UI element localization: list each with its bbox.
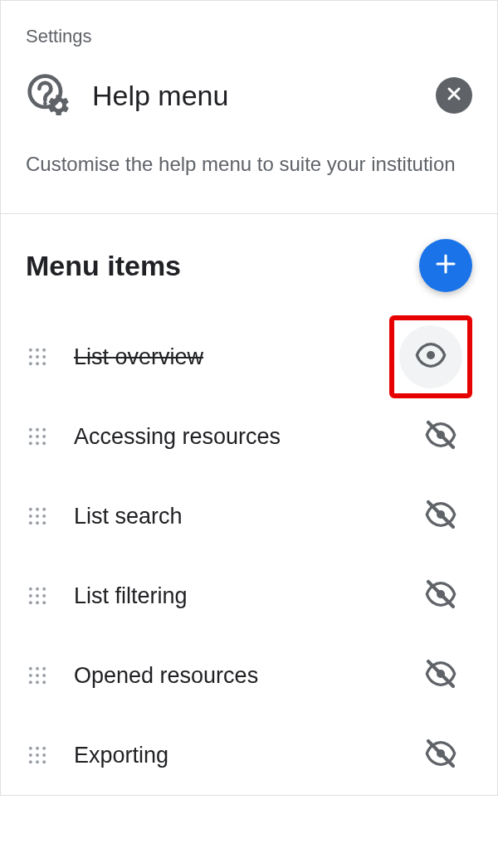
- drag-handle-icon[interactable]: [26, 345, 49, 368]
- drag-handle-icon[interactable]: [26, 584, 49, 607]
- eye-off-icon: [424, 498, 457, 534]
- eye-icon: [414, 339, 447, 375]
- help-gear-icon: [26, 72, 72, 119]
- content: Menu items List overviewAccessing resour…: [1, 214, 497, 795]
- highlight-annotation: [389, 315, 472, 398]
- breadcrumb: Settings: [26, 26, 472, 47]
- drag-handle-icon[interactable]: [26, 425, 49, 448]
- visibility-toggle[interactable]: [409, 564, 472, 627]
- section-title: Menu items: [26, 250, 181, 282]
- menu-item-label[interactable]: List overview: [74, 344, 389, 370]
- add-item-button[interactable]: [419, 239, 472, 292]
- menu-item: List filtering: [26, 556, 472, 636]
- close-button[interactable]: [436, 77, 472, 114]
- eye-off-icon: [424, 578, 457, 614]
- page-description: Customise the help menu to suite your in…: [26, 149, 472, 180]
- drag-handle-icon[interactable]: [26, 664, 49, 687]
- settings-panel: Settings Help menu Customise the he: [0, 0, 498, 796]
- menu-item-label[interactable]: Opened resources: [74, 663, 409, 689]
- menu-item-label[interactable]: List search: [74, 504, 409, 529]
- visibility-toggle[interactable]: [409, 644, 472, 707]
- panel-header: Settings Help menu Customise the he: [1, 1, 497, 213]
- title-row: Help menu: [26, 72, 472, 119]
- menu-item-label[interactable]: Exporting: [74, 743, 409, 768]
- drag-handle-icon[interactable]: [26, 744, 49, 767]
- plus-icon: [433, 251, 458, 280]
- eye-off-icon: [424, 418, 457, 455]
- menu-items-list: List overviewAccessing resourcesList sea…: [26, 317, 472, 795]
- menu-item-label[interactable]: Accessing resources: [74, 424, 409, 450]
- page-title: Help menu: [92, 80, 416, 112]
- eye-off-icon: [424, 737, 457, 773]
- visibility-toggle[interactable]: [409, 485, 472, 548]
- drag-handle-icon[interactable]: [26, 505, 49, 528]
- svg-point-13: [43, 101, 47, 105]
- section-header: Menu items: [26, 239, 472, 292]
- menu-item-label[interactable]: List filtering: [74, 583, 409, 609]
- visibility-toggle[interactable]: [399, 325, 462, 388]
- visibility-toggle[interactable]: [409, 724, 472, 787]
- visibility-toggle[interactable]: [409, 405, 472, 468]
- menu-item: List overview: [26, 317, 472, 397]
- menu-item: List search: [26, 476, 472, 556]
- menu-item: Accessing resources: [26, 397, 472, 476]
- eye-off-icon: [424, 657, 457, 694]
- close-icon: [444, 84, 464, 107]
- menu-item: Exporting: [26, 715, 472, 795]
- menu-item: Opened resources: [26, 636, 472, 715]
